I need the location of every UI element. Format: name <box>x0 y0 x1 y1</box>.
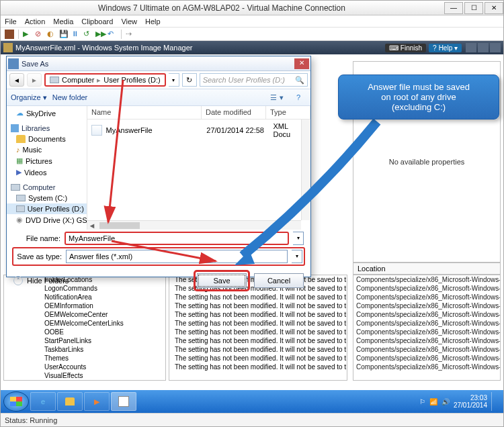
xml-file-icon <box>91 125 102 136</box>
turnoff-icon[interactable]: ⊘ <box>35 30 44 39</box>
wsim-content: No available properties Location Compone… <box>1 54 503 382</box>
taskbar-mediaplayer[interactable]: ▶ <box>84 392 110 411</box>
horizontal-scrollbar[interactable]: ◄ <box>87 220 301 230</box>
vm-title: Windows 7 Ultimate on AGM-W8LAP02 - Virt… <box>1 3 443 13</box>
breadcrumb[interactable]: Computer▸ User Profiles (D:) <box>44 73 166 87</box>
tray-date: 27/01/2014 <box>454 401 487 409</box>
computer-icon <box>50 77 59 83</box>
organize-menu[interactable]: Organize ▾ <box>11 93 47 102</box>
save-as-dialog: Save As ✕ ◄ ► Computer▸ User Profiles (D… <box>6 56 311 277</box>
file-row[interactable]: MyAnswerFile 27/01/2014 22:58 XML Docu <box>87 120 310 141</box>
refresh-button[interactable]: ↻ <box>182 73 197 87</box>
show-desktop-button[interactable] <box>491 392 497 411</box>
help-badge[interactable]: ?Help ▾ <box>429 44 462 52</box>
vm-statusbar: Status: Running <box>1 413 503 426</box>
wsim-minimize[interactable] <box>466 43 476 52</box>
component-list: Components/specialize/x86_Microsoft-Wind… <box>353 275 501 381</box>
checkpoint-icon[interactable]: ▶▶ <box>95 30 105 39</box>
menu-help[interactable]: Help <box>145 17 161 26</box>
start-icon[interactable]: ▶ <box>23 30 32 39</box>
vm-menubar: File Action Media Clipboard View Help <box>1 15 503 28</box>
hide-folders-icon[interactable]: ˄ <box>13 276 23 285</box>
path-dropdown[interactable]: ▾ <box>169 73 179 87</box>
wsim-maximize[interactable] <box>478 43 489 52</box>
ctrl-alt-del-icon[interactable] <box>5 30 14 39</box>
file-list-header[interactable]: Name Date modified Type <box>87 106 310 120</box>
annotation-callout: Answer file must be saved on root of any… <box>338 75 499 120</box>
filename-dropdown[interactable]: ▾ <box>293 232 304 245</box>
app-icon <box>3 43 13 52</box>
savetype-input[interactable] <box>66 250 288 263</box>
savetype-label: Save as type: <box>15 252 62 260</box>
system-tray[interactable]: ⚐ 📶 🔊 23:03 27/01/2014 <box>419 392 501 411</box>
location-header: Location <box>353 263 501 275</box>
vm-titlebar: Windows 7 Ultimate on AGM-W8LAP02 - Virt… <box>1 1 503 15</box>
tray-sound-icon[interactable]: 🔊 <box>442 398 450 406</box>
saveas-title: Save As <box>22 60 294 68</box>
saveas-close-button[interactable]: ✕ <box>294 58 309 69</box>
tray-time: 23:03 <box>454 394 487 401</box>
minimize-button[interactable]: — <box>444 2 463 14</box>
menu-clipboard[interactable]: Clipboard <box>81 17 113 26</box>
taskbar-ie[interactable]: e <box>30 392 56 411</box>
pause-icon[interactable]: ⏸ <box>71 30 81 39</box>
wsim-title: MyAnswerFile.xml - Windows System Image … <box>15 44 192 52</box>
share-icon[interactable]: ⇢ <box>126 30 135 39</box>
windows-logo-icon <box>10 397 22 406</box>
taskbar: e ▶ ⚐ 📶 🔊 23:03 27/01/2014 <box>1 390 503 413</box>
wsim-close[interactable] <box>490 43 501 52</box>
lang-badge[interactable]: ⌨Finnish <box>385 44 426 52</box>
filename-input[interactable] <box>65 232 289 245</box>
forward-button[interactable]: ► <box>27 73 42 87</box>
wsim-titlebar: MyAnswerFile.xml - Windows System Image … <box>1 41 503 54</box>
savetype-dropdown[interactable]: ▾ <box>292 250 302 263</box>
shutdown-icon[interactable]: ◐ <box>47 30 56 39</box>
taskbar-explorer[interactable] <box>57 392 83 411</box>
cancel-button[interactable]: Cancel <box>254 273 304 288</box>
search-icon: 🔍 <box>295 76 304 85</box>
vm-toolbar: ▶ ⊘ ◐ 💾 ⏸ ↺ ▶▶ ↶ ⇢ <box>1 28 503 41</box>
menu-view[interactable]: View <box>121 17 137 26</box>
folder-tree[interactable]: ☁SkyDrive Libraries Documents ♪Music ▦Pi… <box>7 106 87 230</box>
filename-label: File name: <box>13 234 60 242</box>
start-button[interactable] <box>3 391 29 412</box>
taskbar-wsim[interactable] <box>111 392 136 411</box>
tray-flag-icon[interactable]: ⚐ <box>419 398 425 406</box>
view-button[interactable]: ☰ ▾ <box>269 91 285 103</box>
maximize-button[interactable]: ☐ <box>464 2 483 14</box>
vertical-scrollbar[interactable] <box>301 120 310 220</box>
search-input[interactable]: Search User Profiles (D:) 🔍 <box>200 73 308 87</box>
saveas-icon <box>8 58 19 69</box>
back-button[interactable]: ◄ <box>9 73 24 87</box>
close-button[interactable]: ✕ <box>485 2 503 14</box>
help-button[interactable]: ? <box>290 91 306 103</box>
menu-action[interactable]: Action <box>25 17 46 26</box>
new-folder-button[interactable]: New folder <box>52 93 88 101</box>
no-properties-text: No available properties <box>389 158 465 166</box>
save-icon[interactable]: 💾 <box>59 30 69 39</box>
revert-icon[interactable]: ↶ <box>108 30 117 39</box>
menu-file[interactable]: File <box>5 17 17 26</box>
menu-media[interactable]: Media <box>53 17 73 26</box>
save-button[interactable]: Save <box>197 273 247 288</box>
vm-status-text: Status: Running <box>5 416 57 424</box>
hide-folders-button[interactable]: Hide Folders <box>27 277 69 285</box>
reset-icon[interactable]: ↺ <box>83 30 93 39</box>
tray-network-icon[interactable]: 📶 <box>429 398 437 406</box>
